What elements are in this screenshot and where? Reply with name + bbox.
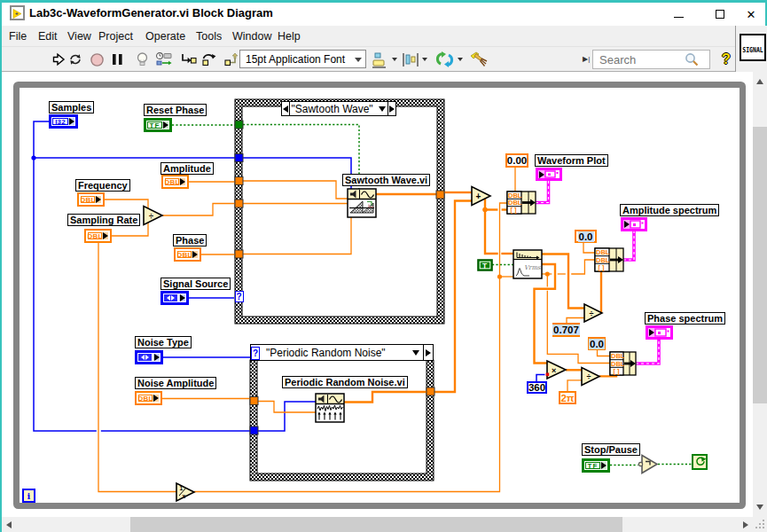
abort-button[interactable] [88,48,106,71]
wire-360[interactable] [536,375,545,382]
tunnel-dt[interactable] [235,200,243,207]
step-into-icon[interactable] [178,48,198,71]
wire-phase-spectrum-ind[interactable] [636,339,659,364]
tunnel-reset-phase[interactable] [235,121,243,129]
const-true[interactable]: T [478,260,492,270]
step-over-icon[interactable] [200,48,219,71]
tunnel-noise-amplitude[interactable] [250,397,258,405]
menu-window[interactable]: Window [232,26,271,46]
wire-phase-t0[interactable] [598,350,611,356]
const-0-0-amp[interactable]: 0.0 [575,230,597,243]
scroll-up-icon[interactable] [756,79,763,84]
case2-dropdown-icon[interactable] [409,345,423,360]
loop-iteration-terminal[interactable]: i [22,489,35,503]
block-diagram-canvas[interactable]: ÷ + ÷ × ÷ 1 x [2,3,767,532]
frequency-terminal[interactable]: DBL [77,192,105,207]
wire-noise-amplitude-inner[interactable] [258,402,316,413]
menu-edit[interactable]: Edit [38,26,58,46]
spectrum-vi[interactable]: Vrms [513,250,542,278]
sampling-rate-terminal[interactable]: DBL [84,229,112,243]
wire-2pi[interactable] [567,380,583,391]
context-help-button[interactable]: ? [718,49,734,70]
phase-terminal[interactable]: DBL [174,247,201,262]
noise-type-terminal[interactable] [135,350,163,364]
wire-spectrum-t0[interactable] [583,243,595,253]
amplitude-spectrum-terminal[interactable] [621,217,647,231]
font-selector[interactable]: 15pt Application Font [239,50,366,68]
signal-source-terminal[interactable] [160,291,189,305]
menu-project[interactable]: Project [98,26,133,46]
case-structure-sawtooth[interactable] [235,99,444,324]
vertical-scrollbar[interactable] [753,72,767,517]
samples-terminal[interactable]: I32 [49,114,78,129]
build-waveform-2[interactable]: DBL DBL [ ] [595,248,623,271]
case2-next-icon[interactable] [423,345,433,360]
maximize-button[interactable] [700,3,740,26]
tunnel-sawtooth-out[interactable] [436,191,444,199]
divide-rms-node[interactable]: ÷ [584,304,602,322]
wire-sum-down[interactable] [485,198,498,254]
close-button[interactable]: ✕ [737,3,765,26]
horizontal-scrollbar-thumb[interactable] [130,517,622,532]
scroll-right-icon[interactable] [743,521,748,528]
minimize-button[interactable] [659,3,699,26]
retain-wire-values-icon[interactable] [154,48,174,71]
reorder-button[interactable] [434,48,464,71]
const-0-707[interactable]: 0.707 [552,323,580,337]
pause-button[interactable] [109,48,125,71]
case1-selector[interactable]: ? [235,291,244,302]
reciprocal-node[interactable]: 1 x [176,483,194,501]
wire-divide-out[interactable] [162,204,235,216]
case2-header[interactable]: "Periodic Random Noise" [250,344,434,361]
divide-2pi-node[interactable]: ÷ [582,368,599,386]
wire-noise-out-inner[interactable] [344,392,427,403]
case1-prev-icon[interactable] [282,102,290,115]
wire-amplitude-spectrum-ind[interactable] [623,231,634,260]
build-waveform-1[interactable]: DBL DBL [ ] [507,192,536,214]
menu-help[interactable]: Help [278,26,301,46]
tunnel-phase[interactable] [235,250,243,258]
wire-frequency[interactable] [105,200,148,209]
case1-dropdown-icon[interactable] [379,106,386,112]
cleanup-diagram-button[interactable] [467,48,490,71]
case1-header[interactable]: "Sawtooth Wave" [281,101,396,116]
noise-amplitude-terminal[interactable]: DBL [135,391,162,405]
vertical-scrollbar-thumb[interactable] [753,127,767,403]
sawtooth-wave-vi[interactable] [348,189,376,217]
horizontal-scrollbar[interactable] [2,517,767,532]
tunnel-amplitude[interactable] [235,177,243,185]
distribute-objects-button[interactable] [401,48,427,71]
menu-file[interactable]: File [9,26,27,46]
resize-grip[interactable] [755,519,765,529]
run-button[interactable] [51,48,67,71]
waveform-plot-terminal[interactable] [536,168,562,181]
wire-phase-inner[interactable] [243,217,351,254]
reset-phase-terminal[interactable]: TF [144,118,172,132]
const-0-0-phase[interactable]: 0.0 [588,337,606,350]
build-waveform-3[interactable]: DBL DBL [ ] [610,352,636,375]
tunnel-samples[interactable] [235,154,243,162]
highlight-execution-icon[interactable] [133,48,151,71]
periodic-random-noise-vi[interactable] [316,394,344,422]
case2-selector[interactable]: ? [251,347,260,360]
divide-node[interactable]: ÷ [144,207,162,225]
vi-icon[interactable]: SIGNAL [740,34,766,61]
tunnel-samples-noise[interactable] [250,426,258,434]
amplitude-terminal[interactable]: DBL [161,175,189,189]
case1-next-icon[interactable] [387,102,395,115]
const-360[interactable]: 360 [527,381,547,394]
stop-pause-terminal[interactable]: TF [582,458,610,473]
wire-waveform-plot[interactable] [536,180,549,203]
step-out-icon[interactable] [221,48,240,71]
const-0-00[interactable]: 0.00 [505,153,528,168]
not-node[interactable] [638,456,657,473]
wire-df-3[interactable] [571,260,595,274]
phase-spectrum-terminal[interactable] [646,325,673,340]
align-objects-button[interactable] [371,48,397,71]
wire-amplitude-inner[interactable] [243,181,348,199]
add-node[interactable]: + [472,187,490,206]
loop-condition-terminal[interactable] [693,455,707,469]
scroll-down-icon[interactable] [756,505,763,510]
multiply-node[interactable]: × [546,361,566,379]
const-2pi[interactable]: 2π [559,391,576,404]
